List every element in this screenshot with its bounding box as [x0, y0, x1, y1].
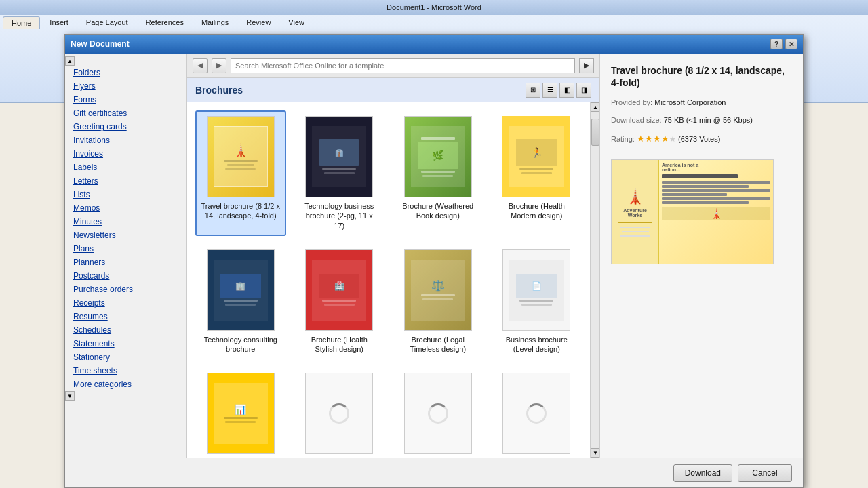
- loading-spinner-business-marketing: [502, 373, 570, 454]
- ribbon-tabs: Home Insert Page Layout References Maili…: [3, 16, 865, 29]
- template-item-health-stylish[interactable]: 🏥 Brochure (Health Stylish design): [294, 244, 385, 360]
- main-content: ◀ ▶ ▶ Brochures ⊞ ☰ ◧ ◨: [187, 54, 599, 458]
- template-item-health-modern[interactable]: 🏃 Brochure (Health Modern design): [492, 110, 583, 236]
- template-item-tech-consulting[interactable]: 🏢 Technology consulting brochure: [195, 244, 286, 360]
- preview-main-col: America is not anation... 🗼: [659, 160, 773, 264]
- sidebar-scroll-down[interactable]: ▼: [65, 391, 75, 401]
- sidebar-item-newsletters[interactable]: Newsletters: [65, 228, 186, 242]
- nav-back-button[interactable]: ◀: [193, 58, 208, 73]
- template-item-event-marketing[interactable]: Event marketing: [294, 367, 385, 458]
- tab-insert[interactable]: Insert: [41, 16, 77, 29]
- template-item-business-marketing[interactable]: Business marketing: [492, 367, 583, 458]
- sidebar-item-lists[interactable]: Lists: [65, 188, 186, 201]
- sidebar-item-receipts[interactable]: Receipts: [65, 296, 186, 310]
- template-item-weathered[interactable]: 🌿 Brochure (Weathered Book design): [393, 110, 484, 236]
- sidebar: ▲ Folders Flyers Forms Gift certificates…: [65, 54, 187, 458]
- right-panel-download-row: Download size: 75 KB (<1 min @ 56 Kbps): [611, 115, 792, 127]
- sidebar-item-schedules[interactable]: Schedules: [65, 323, 186, 337]
- sidebar-item-greeting-cards[interactable]: Greeting cards: [65, 120, 186, 134]
- template-label-weathered: Brochure (Weathered Book design): [398, 201, 478, 221]
- template-label-health-stylish: Brochure (Health Stylish design): [300, 335, 380, 354]
- template-item-business-half[interactable]: 📊 Business brochure (8 1/2...: [195, 367, 286, 458]
- provided-by-value: Microsoft Corporation: [654, 98, 726, 106]
- scroll-up-arrow[interactable]: ▲: [591, 102, 599, 112]
- sidebar-item-flyers[interactable]: Flyers: [65, 79, 186, 93]
- rating-label: Rating:: [611, 135, 635, 143]
- template-label-business-level: Business brochure (Level design): [497, 335, 577, 354]
- tab-view[interactable]: View: [280, 16, 313, 29]
- template-grid-container[interactable]: 🗼 Travel brochure (8 1/2 x 14, landscape…: [187, 102, 590, 458]
- template-item-tech-business[interactable]: 👔 Technology business brochure (2-pg, 11…: [294, 110, 385, 236]
- template-thumb-tech-consulting: 🏢: [207, 249, 275, 331]
- sidebar-item-time-sheets[interactable]: Time sheets: [65, 364, 186, 378]
- sidebar-item-resumes[interactable]: Resumes: [65, 310, 186, 323]
- template-item-business-level[interactable]: 📄 Business brochure (Level design): [492, 244, 583, 360]
- download-button[interactable]: Download: [673, 464, 732, 482]
- template-item-legal[interactable]: ⚖️ Brochure (Legal Timeless design): [393, 244, 484, 360]
- view-icon-btn-4[interactable]: ◨: [576, 83, 591, 98]
- tab-home[interactable]: Home: [3, 16, 40, 29]
- dialog-title: New Document: [71, 39, 130, 49]
- sidebar-item-invoices[interactable]: Invoices: [65, 147, 186, 161]
- nav-forward-button[interactable]: ▶: [212, 58, 226, 73]
- sidebar-scroll-up[interactable]: ▲: [65, 56, 75, 66]
- right-panel-rating-row: Rating: ★★★★★ (6373 Votes): [611, 132, 792, 146]
- sidebar-item-minutes[interactable]: Minutes: [65, 215, 186, 228]
- template-item-professional-services[interactable]: Professional services: [393, 367, 484, 458]
- download-size-value: 75 KB (<1 min @ 56 Kbps): [664, 116, 753, 124]
- stars-empty: ★: [669, 135, 676, 143]
- view-icon-btn-1[interactable]: ⊞: [526, 83, 540, 98]
- right-panel-provided-row: Provided by: Microsoft Corporation: [611, 97, 792, 109]
- scroll-down-arrow[interactable]: ▼: [591, 448, 599, 458]
- scroll-thumb-area: [591, 112, 599, 448]
- dialog-help-button[interactable]: ?: [770, 39, 783, 49]
- dialog-titlebar-buttons: ? ✕: [770, 39, 797, 49]
- sidebar-item-labels[interactable]: Labels: [65, 161, 186, 174]
- tab-mailings[interactable]: Mailings: [193, 16, 237, 29]
- dialog-body: ▲ Folders Flyers Forms Gift certificates…: [65, 54, 803, 458]
- sidebar-item-gift-certificates[interactable]: Gift certificates: [65, 106, 186, 120]
- sidebar-item-folders[interactable]: Folders: [65, 66, 186, 79]
- template-thumb-business-half: 📊: [207, 373, 275, 454]
- template-thumb-travel: 🗼: [207, 116, 275, 197]
- sidebar-item-plans[interactable]: Plans: [65, 242, 186, 256]
- sidebar-item-planners[interactable]: Planners: [65, 256, 186, 269]
- brochures-title: Brochures: [195, 85, 243, 96]
- tab-review[interactable]: Review: [238, 16, 279, 29]
- sidebar-item-more-categories[interactable]: More categories: [65, 378, 186, 391]
- sidebar-item-stationery[interactable]: Stationery: [65, 350, 186, 364]
- cancel-button[interactable]: Cancel: [738, 464, 792, 482]
- brochures-header: Brochures ⊞ ☰ ◧ ◨: [187, 78, 599, 102]
- main-toolbar: ◀ ▶ ▶: [187, 54, 599, 78]
- scroll-thumb[interactable]: [591, 119, 599, 146]
- sidebar-item-invitations[interactable]: Invitations: [65, 134, 186, 147]
- template-thumb-business-level: 📄: [502, 249, 570, 331]
- word-titlebar: Document1 - Microsoft Word: [0, 0, 868, 15]
- sidebar-item-forms[interactable]: Forms: [65, 93, 186, 106]
- template-thumb-health-stylish: 🏥: [305, 249, 373, 331]
- sidebar-item-postcards[interactable]: Postcards: [65, 269, 186, 283]
- dialog-titlebar: New Document ? ✕: [65, 35, 803, 54]
- word-title: Document1 - Microsoft Word: [387, 3, 481, 12]
- sidebar-item-statements[interactable]: Statements: [65, 337, 186, 350]
- sidebar-item-letters[interactable]: Letters: [65, 174, 186, 188]
- preview-left-col: 🗼 AdventureWorks: [612, 160, 659, 264]
- template-thumb-tech: 👔: [305, 116, 373, 197]
- preview-image: 🗼 AdventureWorks America is not anation.…: [611, 159, 774, 264]
- tab-page-layout[interactable]: Page Layout: [78, 16, 136, 29]
- template-thumb-weathered: 🌿: [404, 116, 472, 197]
- sidebar-item-purchase-orders[interactable]: Purchase orders: [65, 283, 186, 296]
- template-label-travel: Travel brochure (8 1/2 x 14, landscape, …: [201, 201, 281, 221]
- sidebar-item-memos[interactable]: Memos: [65, 201, 186, 215]
- template-item-travel[interactable]: 🗼 Travel brochure (8 1/2 x 14, landscape…: [195, 110, 286, 236]
- view-icons: ⊞ ☰ ◧ ◨: [526, 83, 591, 98]
- view-icon-btn-2[interactable]: ☰: [542, 83, 557, 98]
- view-icon-btn-3[interactable]: ◧: [559, 83, 574, 98]
- search-input[interactable]: [231, 58, 575, 73]
- dialog-close-button[interactable]: ✕: [785, 39, 797, 49]
- stars-filled: ★★★★: [637, 134, 669, 144]
- spinner-event: [329, 403, 349, 424]
- search-go-button[interactable]: ▶: [579, 58, 594, 73]
- right-panel-title: Travel brochure (8 1/2 x 14, landscape, …: [611, 64, 792, 89]
- tab-references[interactable]: References: [138, 16, 192, 29]
